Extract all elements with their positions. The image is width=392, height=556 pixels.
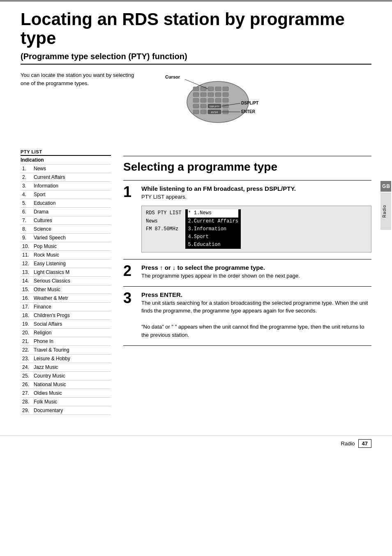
- step-2-sub: The programme types appear in the order …: [141, 272, 371, 280]
- svg-rect-16: [193, 104, 199, 108]
- lcd-highlighted: * 1.News: [188, 209, 238, 217]
- pty-item-label: Other Music: [34, 287, 60, 292]
- svg-rect-15: [223, 98, 228, 102]
- pty-list-item: 13.Light Classics M: [21, 268, 111, 277]
- step-1: 1 While listening to an FM broadcast, pr…: [123, 185, 371, 201]
- page-title: Locating an RDS station by programme typ…: [0, 2, 392, 48]
- pty-list-item: 25.Country Music: [21, 372, 111, 380]
- pty-item-label: Weather & Metr: [34, 295, 68, 301]
- pty-item-label: Science: [34, 226, 51, 232]
- pty-list-item: 17.Finance: [21, 303, 111, 311]
- svg-rect-17: [201, 104, 206, 108]
- svg-rect-10: [223, 93, 228, 97]
- pty-item-label: Serious Classics: [34, 278, 70, 284]
- step-1-content: While listening to an FM broadcast, pres…: [141, 185, 371, 201]
- lcd-right-line3: 3.Information: [188, 225, 238, 233]
- step-1-number: 1: [123, 185, 135, 199]
- svg-text:Cursor: Cursor: [165, 74, 180, 79]
- pty-list-item: 6.Drama: [21, 208, 111, 216]
- pty-item-number: 29.: [22, 408, 34, 413]
- step-2-number: 2: [123, 264, 135, 278]
- pty-list-item: 28.Folk Music: [21, 398, 111, 406]
- pty-item-label: Light Classics M: [34, 269, 69, 275]
- svg-rect-3: [208, 87, 214, 91]
- svg-text:DSPL/PTY: DSPL/PTY: [241, 101, 259, 105]
- pty-item-number: 2.: [22, 174, 34, 180]
- lcd-line2: News: [146, 218, 181, 225]
- pty-item-number: 3.: [22, 183, 34, 189]
- pty-item-label: Documentary: [34, 408, 63, 413]
- pty-item-label: Rock Music: [34, 252, 59, 258]
- pty-list-item: 3.Information: [21, 182, 111, 190]
- pty-item-label: Social Affairs: [34, 321, 62, 327]
- pty-item-number: 24.: [22, 364, 34, 370]
- lcd-right-line5: 5.Education: [188, 241, 238, 249]
- pty-item-number: 6.: [22, 209, 34, 215]
- pty-item-number: 26.: [22, 382, 34, 387]
- pty-item-label: Phone In: [34, 338, 53, 344]
- pty-list: 1.News2.Current Affairs3.Information4.Sp…: [21, 164, 111, 415]
- pty-list-item: 11.Rock Music: [21, 251, 111, 259]
- pty-list-item: 22.Travel & Touring: [21, 346, 111, 354]
- pty-item-number: 20.: [22, 330, 34, 336]
- section-divider-top: [123, 156, 371, 156]
- pty-list-item: 2.Current Affairs: [21, 173, 111, 182]
- pty-list-item: 1.News: [21, 164, 111, 173]
- step-2-bold: Press ↑ or ↓ to select the programme typ…: [141, 264, 371, 272]
- intro-row: You can locate the station you want by s…: [0, 71, 392, 129]
- pty-list-item: 26.National Music: [21, 380, 111, 389]
- pty-list-item: 8.Science: [21, 225, 111, 234]
- pty-item-label: Children's Progs: [34, 313, 70, 318]
- pty-item-number: 16.: [22, 295, 34, 301]
- pty-item-number: 10.: [22, 243, 34, 249]
- pty-item-label: Varied Speech: [34, 235, 66, 241]
- pty-item-label: Education: [34, 200, 55, 206]
- section-divider-bottom: [123, 345, 371, 346]
- pty-item-number: 12.: [22, 261, 34, 266]
- pty-item-number: 8.: [22, 226, 34, 232]
- pty-item-label: Drama: [34, 209, 48, 215]
- step-3-content: Press ENTER. The unit starts searching f…: [141, 291, 371, 339]
- pty-item-number: 15.: [22, 287, 34, 292]
- pty-item-label: Oldies Music: [34, 390, 62, 396]
- svg-rect-12: [201, 98, 206, 102]
- step3-divider: [123, 286, 371, 287]
- pty-item-number: 28.: [22, 399, 34, 405]
- step-1-bold: While listening to an FM broadcast, pres…: [141, 185, 371, 193]
- pty-item-label: Easy Listening: [34, 261, 66, 266]
- pty-list-subheader: Indication: [21, 156, 111, 164]
- pty-item-number: 19.: [22, 321, 34, 327]
- pty-list-header: PTY LIST: [21, 149, 111, 156]
- pty-item-label: Religion: [34, 330, 51, 336]
- pty-list-item: 10.Pop Music: [21, 242, 111, 251]
- lcd-display: RDS PTY LIST News FM 87.50MHz * 1.News 2…: [141, 206, 371, 253]
- section-title: Selecting a programme type: [123, 160, 371, 174]
- pty-item-number: 7.: [22, 218, 34, 223]
- step-1-sub: PTY LIST appears.: [141, 193, 371, 201]
- lcd-left: RDS PTY LIST News FM 87.50MHz: [146, 209, 181, 249]
- svg-rect-13: [208, 98, 214, 102]
- svg-rect-5: [223, 87, 228, 91]
- pty-list-item: 20.Religion: [21, 329, 111, 337]
- pty-item-label: Current Affairs: [34, 174, 65, 180]
- step1-divider: [123, 180, 371, 181]
- step-3-number: 3: [123, 291, 135, 306]
- pty-list-item: 23.Leisure & Hobby: [21, 354, 111, 363]
- page-number: 47: [358, 439, 371, 448]
- step-3-bold: Press ENTER.: [141, 291, 371, 299]
- page-subtitle: (Programme type selection (PTY) function…: [21, 52, 371, 65]
- pty-item-number: 17.: [22, 304, 34, 310]
- pty-item-label: Country Music: [34, 373, 65, 379]
- pty-item-label: Information: [34, 183, 58, 189]
- pty-item-number: 5.: [22, 200, 34, 206]
- pty-item-label: Jazz Music: [34, 364, 58, 370]
- pty-list-item: 24.Jazz Music: [21, 363, 111, 372]
- remote-control-image: DSPL/PTY ENTER Cursor DSPL/PTY: [144, 71, 259, 129]
- page: Locating an RDS station by programme typ…: [0, 0, 392, 556]
- pty-item-number: 21.: [22, 338, 34, 344]
- svg-rect-4: [215, 87, 221, 91]
- right-margin: GB Radio: [380, 0, 392, 556]
- step-3: 3 Press ENTER. The unit starts searching…: [123, 291, 371, 339]
- pty-item-number: 13.: [22, 269, 34, 275]
- svg-rect-21: [193, 110, 199, 114]
